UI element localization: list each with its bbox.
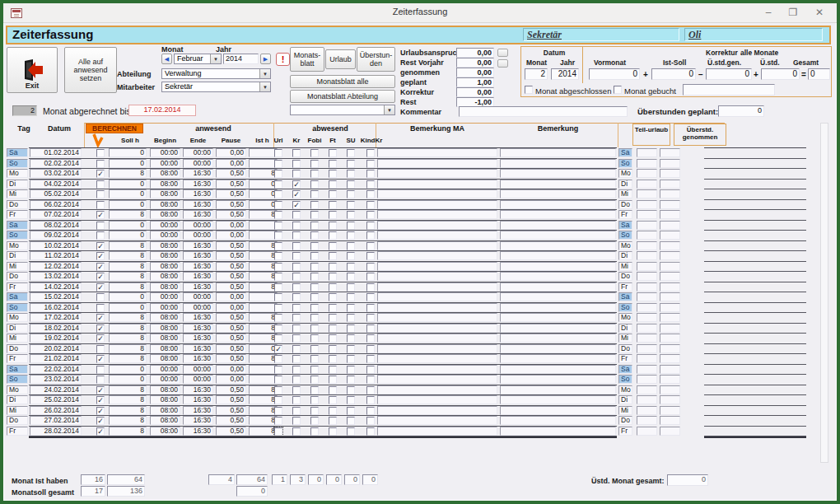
abwesend-checkbox-ft[interactable] xyxy=(329,201,337,209)
calc-checkbox[interactable] xyxy=(96,386,105,394)
abwesend-checkbox-url[interactable] xyxy=(274,231,282,240)
abwesend-checkbox-ft[interactable] xyxy=(329,427,337,436)
pause-field[interactable]: 0,00 xyxy=(216,292,246,301)
beginn-field[interactable]: 00:00 xyxy=(150,375,180,384)
abwesend-checkbox-fobi[interactable] xyxy=(310,314,319,322)
soll-field[interactable]: 8 xyxy=(109,406,147,415)
bemerkung-field[interactable] xyxy=(500,180,616,189)
abwesend-checkbox-kindkr[interactable] xyxy=(366,314,375,322)
abwesend-checkbox-kr[interactable] xyxy=(292,190,301,198)
abwesend-checkbox-kindkr[interactable] xyxy=(366,334,375,343)
beginn-field[interactable]: 00:00 xyxy=(150,365,180,374)
note-field[interactable] xyxy=(704,334,806,343)
abwesend-checkbox-kr[interactable] xyxy=(292,273,301,281)
abwesend-checkbox-kindkr[interactable] xyxy=(366,376,375,384)
year-field[interactable]: 2014 xyxy=(223,54,259,64)
abwesend-checkbox-su[interactable] xyxy=(347,324,355,333)
note-field[interactable] xyxy=(704,169,806,178)
ist-field[interactable]: 0 xyxy=(249,180,278,189)
teilurlaub-field[interactable] xyxy=(637,375,657,384)
note-field[interactable] xyxy=(704,282,806,292)
soll-field[interactable]: 8 xyxy=(109,210,147,219)
istsoll-field[interactable]: 0 xyxy=(651,68,696,80)
abwesend-checkbox-kr[interactable] xyxy=(292,427,301,436)
employee-role-field[interactable]: Sekretär xyxy=(523,28,679,41)
beginn-field[interactable]: 00:00 xyxy=(150,292,180,301)
abwesend-checkbox-su[interactable] xyxy=(347,170,355,178)
bemerkung-ma-field[interactable] xyxy=(377,180,497,189)
bemerkung-field[interactable] xyxy=(500,210,616,219)
note-field[interactable] xyxy=(704,395,806,404)
pause-field[interactable]: 0,50 xyxy=(216,200,246,209)
ende-field[interactable]: 16:30 xyxy=(183,262,213,271)
abwesend-checkbox-kr[interactable] xyxy=(292,396,301,404)
rest-vorjahr-field[interactable]: 0,00 xyxy=(456,58,494,68)
pause-field[interactable]: 0,50 xyxy=(216,344,246,353)
teilurlaub-field[interactable] xyxy=(637,395,657,404)
beginn-field[interactable]: 08:00 xyxy=(150,354,180,363)
pause-field[interactable]: 0,50 xyxy=(216,241,246,250)
abwesend-checkbox-fobi[interactable] xyxy=(310,407,319,415)
abwesend-checkbox-ft[interactable] xyxy=(329,273,337,281)
ueberstd-genommen-field[interactable] xyxy=(660,251,680,260)
calc-checkbox[interactable] xyxy=(96,160,105,168)
beginn-field[interactable]: 08:00 xyxy=(150,272,180,281)
ueberstd-genommen-field[interactable] xyxy=(660,427,680,436)
chevron-down-icon[interactable]: ▼ xyxy=(259,82,270,91)
beginn-field[interactable]: 00:00 xyxy=(150,303,180,312)
abwesend-checkbox-kr[interactable] xyxy=(292,231,301,240)
ueberstd-genommen-field[interactable] xyxy=(660,231,680,240)
ueberstunden-button[interactable]: Überstun-den xyxy=(357,47,395,72)
ende-field[interactable]: 16:30 xyxy=(183,427,213,436)
abwesend-checkbox-kr[interactable] xyxy=(292,304,301,312)
abwesend-checkbox-kr[interactable] xyxy=(292,242,301,250)
ueberstd-genommen-field[interactable] xyxy=(660,365,680,374)
abwesend-checkbox-ft[interactable] xyxy=(329,180,337,189)
abwesend-checkbox-ft[interactable] xyxy=(329,366,337,374)
abwesend-checkbox-url[interactable] xyxy=(274,345,282,353)
abwesend-checkbox-fobi[interactable] xyxy=(310,160,319,168)
abwesend-checkbox-fobi[interactable] xyxy=(310,283,319,292)
beginn-field[interactable]: 08:00 xyxy=(150,251,180,260)
pause-field[interactable]: 0,50 xyxy=(216,262,246,271)
ende-field[interactable]: 16:30 xyxy=(183,210,213,219)
bemerkung-field[interactable] xyxy=(500,313,616,322)
beginn-field[interactable]: 08:00 xyxy=(150,200,180,209)
abwesend-checkbox-ft[interactable] xyxy=(329,242,337,250)
ende-field[interactable]: 16:30 xyxy=(183,395,213,404)
beginn-field[interactable]: 08:00 xyxy=(150,395,180,404)
chevron-down-icon[interactable]: ▼ xyxy=(259,69,270,78)
bemerkung-ma-field[interactable] xyxy=(377,200,497,209)
minimize-button[interactable]: – xyxy=(761,5,776,20)
abwesend-checkbox-url[interactable] xyxy=(274,201,282,209)
abwesend-checkbox-su[interactable] xyxy=(347,304,355,312)
abwesend-checkbox-url[interactable] xyxy=(274,242,282,250)
ueberstd-genommen-field[interactable] xyxy=(660,241,680,250)
beginn-field[interactable]: 08:00 xyxy=(150,180,180,189)
note-field[interactable] xyxy=(704,200,806,209)
pause-field[interactable]: 0,50 xyxy=(216,385,246,394)
ende-field[interactable]: 00:00 xyxy=(183,221,213,230)
abwesend-checkbox-url[interactable] xyxy=(274,376,282,384)
bemerkung-field[interactable] xyxy=(500,334,616,343)
abwesend-checkbox-url[interactable] xyxy=(274,180,282,189)
abwesend-checkbox-kr[interactable] xyxy=(292,334,301,343)
calc-checkbox[interactable] xyxy=(96,396,105,404)
urlaubsanspruch-field[interactable]: 0,00 xyxy=(456,48,494,58)
abwesend-checkbox-url[interactable] xyxy=(274,211,282,219)
note-field[interactable] xyxy=(704,231,806,240)
ist-field[interactable] xyxy=(249,365,278,374)
abwesend-checkbox-url[interactable] xyxy=(274,324,282,333)
beginn-field[interactable]: 08:00 xyxy=(150,313,180,322)
pause-field[interactable]: 0,00 xyxy=(216,303,246,312)
abwesend-checkbox-kindkr[interactable] xyxy=(366,263,375,271)
bemerkung-ma-field[interactable] xyxy=(377,385,497,394)
calc-checkbox[interactable] xyxy=(96,222,105,230)
teilurlaub-field[interactable] xyxy=(637,427,657,436)
abwesend-checkbox-fobi[interactable] xyxy=(310,180,319,189)
abwesend-checkbox-su[interactable] xyxy=(347,263,355,271)
kommentar-field[interactable] xyxy=(459,106,628,117)
abwesend-checkbox-fobi[interactable] xyxy=(310,170,319,178)
note-field[interactable] xyxy=(704,313,806,322)
korrektur-field[interactable]: 0,00 xyxy=(456,87,494,97)
